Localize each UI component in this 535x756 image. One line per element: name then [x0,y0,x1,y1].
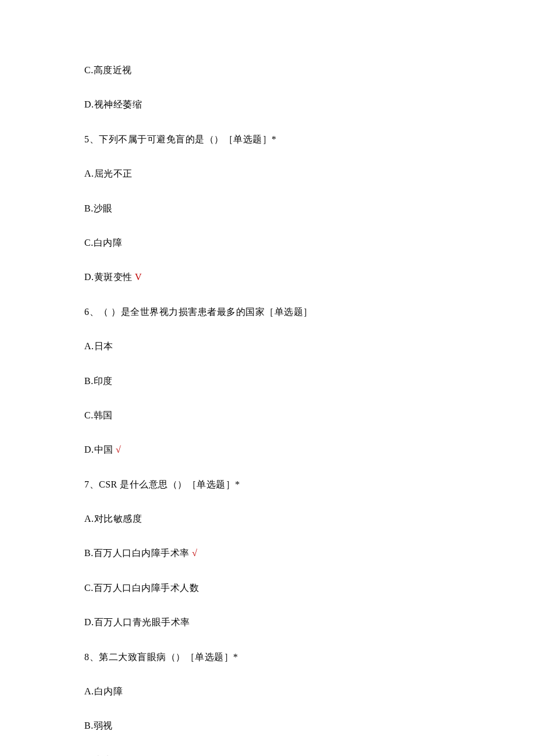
question-line: 6、（ ）是全世界视力损害患者最多的国家［单选题］ [84,306,451,318]
option-line-correct: B.百万人口白内障手术率 √ [84,547,451,560]
option-line: A.对比敏感度 [84,513,451,525]
question-line: 8、第二大致盲眼病（）［单选题］* [84,651,451,664]
option-line-correct: D.黄斑变性 V [84,271,451,284]
option-line: C.白内障 [84,237,451,249]
option-line: A.屈光不正 [84,167,451,180]
check-mark: V [135,272,142,282]
question-line: 5、下列不属于可避免盲的是（）［单选题］* [84,133,451,146]
option-text: B.百万人口白内障手术率 [84,548,192,558]
option-text: D.黄斑变性 [84,272,135,282]
option-line: C.高度近视 [84,64,451,77]
option-line-correct: D.中国 √ [84,443,451,456]
option-line: B.沙眼 [84,202,451,215]
option-line: A.日本 [84,340,451,353]
question-line: 7、CSR 是什么意思（）［单选题］* [84,478,451,491]
option-line: D.视神经萎缩 [84,98,451,111]
option-line: A.白内障 [84,685,451,698]
check-mark: √ [192,548,197,558]
option-line: B.弱视 [84,719,451,732]
option-line: D.百万人口青光眼手术率 [84,616,451,629]
option-line: B.印度 [84,375,451,388]
option-text: D.中国 [84,445,116,454]
option-line: C.百万人口白内障手术人数 [84,582,451,594]
option-line: C.韩国 [84,409,451,422]
check-mark: √ [116,445,121,454]
